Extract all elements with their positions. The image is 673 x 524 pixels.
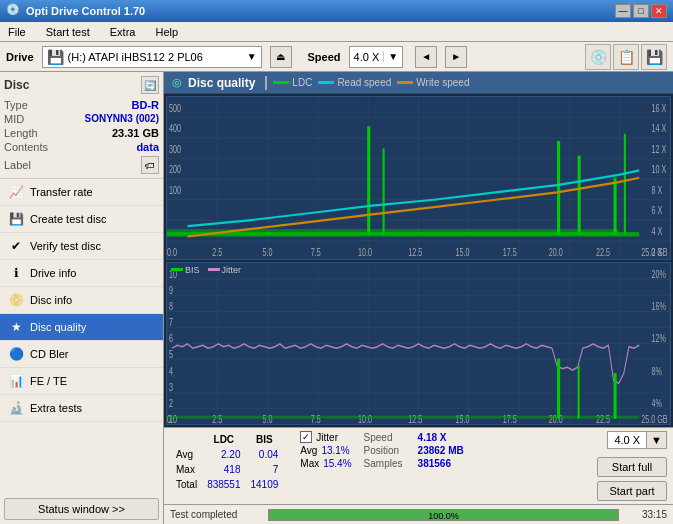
toolbar-icons: 💿 📋 💾 xyxy=(585,44,667,70)
disc-mid-row: MID SONYNN3 (002) xyxy=(4,112,159,126)
title-bar: 💿 Opti Drive Control 1.70 — □ ✕ xyxy=(0,0,673,22)
jitter-avg-row: Avg 13.1% xyxy=(300,445,351,456)
svg-text:17.5: 17.5 xyxy=(503,246,517,258)
svg-rect-100 xyxy=(578,365,580,418)
speed-combo-value: 4.0 X xyxy=(608,432,646,448)
svg-rect-44 xyxy=(367,126,370,235)
nav-disc-info[interactable]: 📀 Disc info xyxy=(0,287,163,314)
disc-refresh-button[interactable]: 🔄 xyxy=(141,76,159,94)
svg-text:100: 100 xyxy=(169,185,181,197)
extra-tests-icon: 🔬 xyxy=(8,400,24,416)
max-bis-value: 7 xyxy=(247,463,283,476)
svg-text:200: 200 xyxy=(169,164,181,176)
nav-cd-bler[interactable]: 🔵 CD Bler xyxy=(0,341,163,368)
bis-color xyxy=(171,268,183,271)
menu-file[interactable]: File xyxy=(4,25,30,39)
svg-text:22.5: 22.5 xyxy=(596,413,610,424)
total-label: Total xyxy=(172,478,201,491)
nav-verify-test-disc[interactable]: ✔ Verify test disc xyxy=(0,233,163,260)
verify-test-disc-icon: ✔ xyxy=(8,238,24,254)
jitter-checkbox[interactable]: ✓ xyxy=(300,431,312,443)
svg-text:500: 500 xyxy=(169,102,181,114)
disc-mid-value: SONYNN3 (002) xyxy=(85,113,159,125)
right-panel: ◎ Disc quality LDC Read speed Write spee… xyxy=(164,72,673,524)
drive-selector[interactable]: 💾 (H:) ATAPI iHBS112 2 PL06 ▼ xyxy=(42,46,262,68)
action-buttons: 4.0 X ▼ Start full Start part xyxy=(597,431,667,501)
info-icon-button[interactable]: 📋 xyxy=(613,44,639,70)
nav-fe-te[interactable]: 📊 FE / TE xyxy=(0,368,163,395)
status-window-button[interactable]: Status window >> xyxy=(4,498,159,520)
write-legend-color xyxy=(397,81,413,84)
position-value: 23862 MB xyxy=(418,445,464,456)
nav-verify-test-disc-label: Verify test disc xyxy=(30,240,101,252)
speed-down-button[interactable]: ◄ xyxy=(415,46,437,68)
speed-combo-arrow: ▼ xyxy=(646,432,666,448)
bis-chart: BIS Jitter xyxy=(166,262,671,426)
save-icon-button[interactable]: 💾 xyxy=(641,44,667,70)
bis-legend-item: BIS xyxy=(171,265,200,275)
svg-text:4: 4 xyxy=(169,365,173,377)
svg-rect-101 xyxy=(614,373,617,419)
nav-transfer-rate[interactable]: 📈 Transfer rate xyxy=(0,179,163,206)
svg-text:8: 8 xyxy=(169,300,173,312)
svg-text:9: 9 xyxy=(169,284,173,296)
sidebar-nav: 📈 Transfer rate 💾 Create test disc ✔ Ver… xyxy=(0,179,163,494)
svg-text:12%: 12% xyxy=(652,333,666,345)
speed-stat-label: Speed xyxy=(364,432,414,443)
svg-text:6: 6 xyxy=(169,333,173,345)
max-ldc-value: 418 xyxy=(203,463,244,476)
disc-section: Disc 🔄 Type BD-R MID SONYNN3 (002) Lengt… xyxy=(0,72,163,179)
svg-rect-45 xyxy=(383,148,385,235)
maximize-button[interactable]: □ xyxy=(633,4,649,18)
menu-start-test[interactable]: Start test xyxy=(42,25,94,39)
transfer-rate-icon: 📈 xyxy=(8,184,24,200)
nav-disc-quality[interactable]: ★ Disc quality xyxy=(0,314,163,341)
close-button[interactable]: ✕ xyxy=(651,4,667,18)
disc-quality-title: Disc quality xyxy=(188,76,255,90)
start-part-button[interactable]: Start part xyxy=(597,481,667,501)
nav-disc-info-label: Disc info xyxy=(30,294,72,306)
eject-button[interactable]: ⏏ xyxy=(270,46,292,68)
disc-length-label: Length xyxy=(4,127,38,139)
stats-table: LDC BIS Avg 2.20 0.04 Max 418 7 Total 83… xyxy=(170,431,284,493)
disc-contents-row: Contents data xyxy=(4,140,159,154)
menu-extra[interactable]: Extra xyxy=(106,25,140,39)
nav-extra-tests[interactable]: 🔬 Extra tests xyxy=(0,395,163,422)
svg-text:7.5: 7.5 xyxy=(311,413,321,424)
start-full-button[interactable]: Start full xyxy=(597,457,667,477)
speed-selector[interactable]: 4.0 X ▼ xyxy=(349,46,404,68)
speed-up-button[interactable]: ► xyxy=(445,46,467,68)
svg-text:7: 7 xyxy=(169,316,173,328)
legend-write: Write speed xyxy=(397,77,469,88)
jitter-section: ✓ Jitter Avg 13.1% Max 15.4% xyxy=(300,431,351,469)
position-row: Position 23862 MB xyxy=(364,444,464,457)
disc-contents-label: Contents xyxy=(4,141,48,153)
svg-text:2.5: 2.5 xyxy=(212,413,222,424)
disc-quality-icon: ★ xyxy=(8,319,24,335)
app-icon: 💿 xyxy=(6,3,22,19)
nav-drive-info[interactable]: ℹ Drive info xyxy=(0,260,163,287)
nav-create-test-disc[interactable]: 💾 Create test disc xyxy=(0,206,163,233)
svg-rect-98 xyxy=(167,415,639,418)
drive-bar: Drive 💾 (H:) ATAPI iHBS112 2 PL06 ▼ ⏏ Sp… xyxy=(0,42,673,72)
disc-icon-button[interactable]: 💿 xyxy=(585,44,611,70)
divider xyxy=(265,76,267,90)
test-speed-selector[interactable]: 4.0 X ▼ xyxy=(607,431,667,449)
disc-length-row: Length 23.31 GB xyxy=(4,126,159,140)
jitter-color xyxy=(208,268,220,271)
nav-cd-bler-label: CD Bler xyxy=(30,348,69,360)
disc-label-button[interactable]: 🏷 xyxy=(141,156,159,174)
svg-text:5: 5 xyxy=(169,349,173,361)
menu-help[interactable]: Help xyxy=(151,25,182,39)
svg-text:0.0: 0.0 xyxy=(167,246,177,258)
disc-label-row: Label 🏷 xyxy=(4,156,159,174)
svg-text:400: 400 xyxy=(169,123,181,135)
nav-disc-quality-label: Disc quality xyxy=(30,321,86,333)
svg-text:10 X: 10 X xyxy=(652,164,667,176)
svg-text:12.5: 12.5 xyxy=(408,413,422,424)
svg-text:4%: 4% xyxy=(652,397,662,409)
svg-text:8 X: 8 X xyxy=(652,185,663,197)
minimize-button[interactable]: — xyxy=(615,4,631,18)
svg-text:15.0: 15.0 xyxy=(455,246,469,258)
progress-label: Test completed xyxy=(170,509,260,520)
